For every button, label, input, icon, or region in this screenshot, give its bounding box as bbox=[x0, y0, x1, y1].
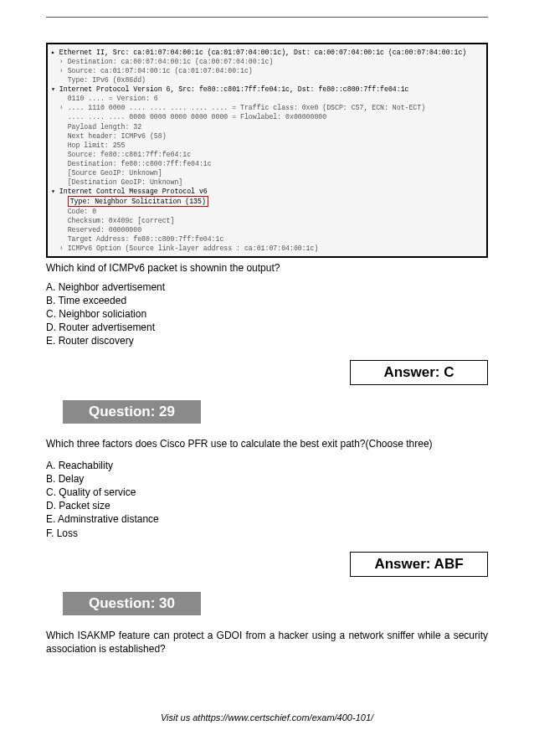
q29-options: A. Reachability B. Delay C. Quality of s… bbox=[46, 459, 488, 540]
packet-capture-box: ▸ Ethernet II, Src: ca:01:07:04:00:1c (c… bbox=[46, 43, 488, 258]
footer-link: Visit us athttps://www.certschief.com/ex… bbox=[0, 712, 534, 723]
packet-line: ▾ Internet Protocol Version 6, Src: fe80… bbox=[51, 85, 408, 93]
packet-line: Checksum: 0x409c [correct] bbox=[51, 217, 174, 224]
option-a: A. Neighbor advertisement bbox=[46, 280, 488, 294]
packet-line: › Source: ca:01:07:04:00:1c (ca:01:07:04… bbox=[51, 67, 253, 75]
q30-banner: Question: 30 bbox=[63, 592, 201, 615]
packet-line: Target Address: fe80::c800:7ff:fe04:1c bbox=[51, 235, 223, 243]
q29-prompt: Which three factors does Cisco PFR use t… bbox=[46, 437, 488, 450]
packet-line: Reserved: 00000000 bbox=[51, 226, 141, 234]
q29-answer: Answer: ABF bbox=[350, 552, 488, 577]
packet-line: Hop limit: 255 bbox=[51, 141, 125, 149]
q28-answer: Answer: C bbox=[350, 360, 488, 385]
option-d: D. Packet size bbox=[46, 499, 488, 512]
option-c: C. Quality of service bbox=[46, 486, 488, 499]
packet-line: [Destination GeoIP: Unknown] bbox=[51, 178, 182, 186]
packet-line: ▾ Internet Control Message Protocol v6 bbox=[51, 188, 208, 195]
packet-line: .... .... .... 0000 0000 0000 0000 0000 … bbox=[51, 113, 326, 121]
highlighted-packet-type: Type: Neighbor Solicitation (135) bbox=[68, 196, 208, 207]
option-c: C. Neighbor soliciation bbox=[46, 307, 488, 321]
packet-line: Next header: ICMPv6 (58) bbox=[51, 132, 167, 140]
packet-line: Type: IPv6 (0x86dd) bbox=[51, 76, 146, 84]
option-e: E. Adminstrative distance bbox=[46, 512, 488, 526]
packet-line: 0110 .... = Version: 6 bbox=[51, 95, 158, 102]
packet-line: › .... 1110 0000 .... .... .... .... ...… bbox=[51, 104, 425, 111]
option-e: E. Router discovery bbox=[46, 334, 488, 347]
packet-line: › ICMPv6 Option (Source link-layer addre… bbox=[51, 244, 318, 252]
q28-prompt: Which kind of ICMPv6 packet is shownin t… bbox=[46, 261, 488, 275]
option-f: F. Loss bbox=[46, 527, 488, 540]
q29-banner: Question: 29 bbox=[63, 400, 201, 424]
packet-line: Code: 0 bbox=[51, 208, 96, 215]
packet-line: Payload length: 32 bbox=[51, 123, 141, 131]
packet-line-prefix bbox=[51, 198, 68, 205]
packet-line: [Source GeoIP: Unknown] bbox=[51, 169, 162, 177]
option-b: B. Time exceeded bbox=[46, 294, 488, 307]
q28-options: A. Neighbor advertisement B. Time exceed… bbox=[46, 280, 488, 348]
packet-line: › Destination: ca:00:07:04:00:1c (ca:00:… bbox=[51, 58, 273, 65]
option-a: A. Reachability bbox=[46, 459, 488, 472]
q30-prompt: Which ISAKMP feature can protect a GDOI … bbox=[46, 629, 488, 656]
option-b: B. Delay bbox=[46, 472, 488, 486]
packet-line: Destination: fe80::c800:7ff:fe04:1c bbox=[51, 160, 212, 167]
packet-line: ▸ Ethernet II, Src: ca:01:07:04:00:1c (c… bbox=[51, 49, 466, 56]
packet-line: Source: fe80::c801:7ff:fe04:1c bbox=[51, 151, 191, 158]
option-d: D. Router advertisement bbox=[46, 321, 488, 334]
